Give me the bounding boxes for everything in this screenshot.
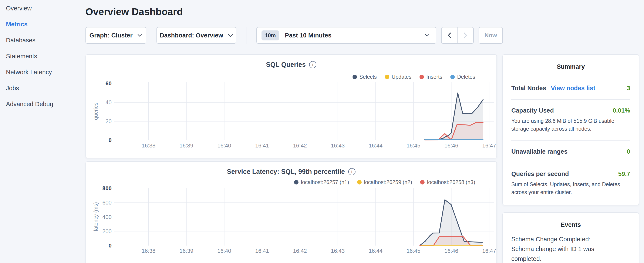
sql-queries-chart[interactable]: 16:3816:3916:4016:4116:4216:4316:4416:45… xyxy=(86,80,497,154)
x-tick-label: 16:46 xyxy=(444,248,458,254)
x-tick-label: 16:39 xyxy=(180,142,193,149)
legend-item[interactable]: localhost:26259 (n2) xyxy=(357,179,412,185)
page-title: Overview Dashboard xyxy=(86,6,183,18)
x-tick-label: 16:46 xyxy=(444,142,458,149)
chevron-down-icon xyxy=(425,34,430,37)
legend-dot xyxy=(450,75,455,79)
summary-value: 3 xyxy=(627,85,630,92)
x-tick-label: 16:40 xyxy=(217,248,231,254)
x-tick-label: 16:47 xyxy=(482,248,496,254)
sidebar-item-databases[interactable]: Databases xyxy=(0,32,86,48)
sql-queries-chart-card: SQL Queries i SelectsUpdatesInsertsDelet… xyxy=(86,54,497,158)
dashboard-dropdown-label: Dashboard: Overview xyxy=(160,32,223,39)
time-range-next-button[interactable] xyxy=(457,28,474,43)
legend-item[interactable]: Selects xyxy=(352,74,377,80)
legend-label: Selects xyxy=(359,74,377,80)
summary-label: Total Nodes xyxy=(511,85,546,92)
x-tick-label: 16:42 xyxy=(293,248,307,254)
x-tick-label: 16:39 xyxy=(180,248,193,254)
legend-item[interactable]: Deletes xyxy=(450,74,475,80)
summary-value: 0 xyxy=(627,148,630,155)
service-latency-chart[interactable]: 16:3816:3916:4016:4116:4216:4316:4416:45… xyxy=(86,185,497,259)
time-range-nav xyxy=(441,27,474,44)
x-tick-label: 16:44 xyxy=(369,142,382,149)
chart-title: SQL Queries xyxy=(266,61,306,69)
y-axis-label: queries xyxy=(93,103,99,120)
y-tick-label: 0 xyxy=(109,137,112,143)
legend-label: localhost:26258 (n3) xyxy=(427,179,475,185)
y-axis-label: latency (ms) xyxy=(93,202,99,231)
now-button[interactable]: Now xyxy=(478,27,503,44)
x-tick-label: 16:45 xyxy=(406,248,420,254)
time-range-badge: 10m xyxy=(262,31,279,41)
summary-row-unavailable-ranges: Unavailable ranges 0 xyxy=(511,141,630,163)
time-range-prev-button[interactable] xyxy=(442,28,457,43)
sidebar-item-metrics[interactable]: Metrics xyxy=(0,16,86,32)
legend-item[interactable]: Updates xyxy=(385,74,412,80)
legend-dot xyxy=(385,75,389,79)
legend-item[interactable]: localhost:26258 (n3) xyxy=(420,179,475,185)
legend-dot xyxy=(352,75,357,79)
summary-row-total-nodes: Total Nodes View nodes list 3 xyxy=(511,78,630,100)
x-tick-label: 16:41 xyxy=(255,142,269,149)
summary-label: Unavailable ranges xyxy=(511,148,568,155)
chevron-left-icon xyxy=(447,32,452,39)
events-panel: Events Schema Change Completed: Schema c… xyxy=(502,212,639,263)
graph-dropdown[interactable]: Graph: Cluster xyxy=(86,27,146,44)
info-icon[interactable]: i xyxy=(309,61,316,68)
view-nodes-list-link[interactable]: View nodes list xyxy=(551,85,595,92)
chart-title: Service Latency: SQL, 99th percentile xyxy=(227,168,345,176)
time-range-label: Past 10 Minutes xyxy=(285,32,425,39)
dashboard-dropdown[interactable]: Dashboard: Overview xyxy=(156,27,236,44)
x-tick-label: 16:42 xyxy=(293,142,307,149)
sidebar-item-overview[interactable]: Overview xyxy=(0,1,86,16)
x-tick-label: 16:40 xyxy=(217,142,231,149)
legend-label: localhost:26257 (n1) xyxy=(301,179,349,185)
x-tick-label: 16:38 xyxy=(142,248,156,254)
legend-label: Deletes xyxy=(457,74,475,80)
x-tick-label: 16:45 xyxy=(406,142,420,149)
y-tick-label: 800 xyxy=(102,185,112,191)
y-tick-label: 20 xyxy=(106,118,112,124)
x-tick-label: 16:44 xyxy=(369,248,382,254)
graph-dropdown-label: Graph: Cluster xyxy=(89,32,132,39)
x-tick-label: 16:47 xyxy=(482,142,496,149)
summary-panel: Summary Total Nodes View nodes list 3 Ca… xyxy=(502,54,639,205)
legend-dot xyxy=(357,180,362,184)
summary-label: Capacity Used xyxy=(511,107,554,114)
summary-description: You are using 28.6 MiB of 515.9 GiB usab… xyxy=(511,117,630,133)
summary-value: 0.01% xyxy=(613,107,630,114)
y-tick-label: 0 xyxy=(109,242,112,249)
time-range-picker[interactable]: 10m Past 10 Minutes xyxy=(256,27,436,44)
sidebar-item-advanced-debug[interactable]: Advanced Debug xyxy=(0,96,86,112)
service-latency-chart-card: Service Latency: SQL, 99th percentile i … xyxy=(86,161,497,263)
legend-dot xyxy=(294,180,298,184)
legend-label: Inserts xyxy=(426,74,442,80)
x-tick-label: 16:38 xyxy=(142,142,156,149)
toolbar-divider xyxy=(246,27,246,44)
summary-description: Sum of Selects, Updates, Inserts, and De… xyxy=(511,180,630,196)
chart-legend: localhost:26257 (n1)localhost:26259 (n2)… xyxy=(286,179,475,185)
legend-item[interactable]: localhost:26257 (n1) xyxy=(294,179,349,185)
chevron-right-icon xyxy=(463,32,468,39)
summary-row-queries-per-second: Queries per second 59.7 Sum of Selects, … xyxy=(511,163,630,204)
chevron-down-icon xyxy=(228,34,233,37)
legend-dot xyxy=(420,75,424,79)
legend-label: Updates xyxy=(392,74,412,80)
sidebar-item-statements[interactable]: Statements xyxy=(0,48,86,64)
summary-value: 59.7 xyxy=(618,170,630,177)
event-list-item[interactable]: Schema Change Completed: Schema change w… xyxy=(511,234,630,263)
y-tick-label: 60 xyxy=(106,80,112,87)
sidebar-item-network-latency[interactable]: Network Latency xyxy=(0,64,86,80)
events-title: Events xyxy=(503,213,639,228)
summary-title: Summary xyxy=(503,55,639,70)
summary-label: Queries per second xyxy=(511,170,569,177)
toolbar: Graph: Cluster Dashboard: Overview 10m P… xyxy=(86,27,503,44)
legend-item[interactable]: Inserts xyxy=(420,74,442,80)
info-icon[interactable]: i xyxy=(348,168,356,175)
x-tick-label: 16:41 xyxy=(255,248,269,254)
event-message: Schema Change Completed: Schema change w… xyxy=(511,234,614,263)
sidebar-item-jobs[interactable]: Jobs xyxy=(0,80,86,96)
legend-dot xyxy=(420,180,424,184)
y-tick-label: 600 xyxy=(102,199,112,206)
